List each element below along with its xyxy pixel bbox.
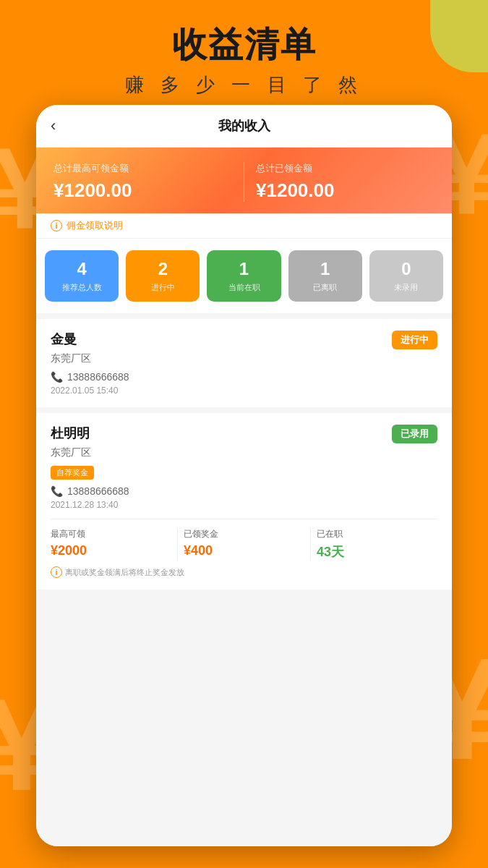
stat-current-number: 1 xyxy=(239,259,249,279)
card-2-date: 2021.12.28 13:40 xyxy=(51,500,437,510)
card-1-status: 进行中 xyxy=(392,331,437,349)
card-2-phone-number: 13888666688 xyxy=(67,485,129,497)
detail-divider-2 xyxy=(310,528,311,561)
income-max-amount: ¥1200.00 xyxy=(53,179,232,202)
page-header: 收益清单 赚 多 少 一 目 了 然 xyxy=(0,0,488,112)
commission-note[interactable]: i 佣金领取说明 xyxy=(36,213,452,239)
phone-icon-1: 📞 xyxy=(51,371,63,383)
stat-current[interactable]: 1 当前在职 xyxy=(207,250,281,302)
card-2-location: 东莞厂区 xyxy=(51,446,437,459)
phone-icon-2: 📞 xyxy=(51,485,63,497)
detail-received-value: ¥400 xyxy=(184,543,304,558)
card-2-header: 杜明明 已录用 xyxy=(51,425,437,443)
nav-bar: ‹ 我的收入 xyxy=(36,105,452,148)
card-1-phone-number: 13888666688 xyxy=(67,371,129,383)
stat-inprogress[interactable]: 2 进行中 xyxy=(126,250,200,302)
card-1-location: 东莞厂区 xyxy=(51,352,437,365)
detail-divider-1 xyxy=(177,528,178,561)
income-max-label: 总计最高可领金额 xyxy=(53,162,232,175)
page-subtitle: 赚 多 少 一 目 了 然 xyxy=(0,72,488,98)
detail-note-text: 离职或奖金领满后将终止奖金发放 xyxy=(65,567,184,578)
referral-card-1: 金曼 进行中 东莞厂区 📞 13888666688 2022.01.05 15:… xyxy=(36,319,452,407)
stat-rejected-number: 0 xyxy=(401,259,411,279)
income-received-amount: ¥1200.00 xyxy=(256,179,435,202)
card-1-phone: 📞 13888666688 xyxy=(51,371,437,383)
stat-inprogress-number: 2 xyxy=(158,259,168,279)
detail-info-icon: i xyxy=(51,566,62,578)
detail-max-value: ¥2000 xyxy=(51,543,171,558)
detail-received: 已领奖金 ¥400 xyxy=(184,528,304,561)
referral-card-2: 杜明明 已录用 东莞厂区 自荐奖金 📞 13888666688 2021.12.… xyxy=(36,413,452,590)
stat-total-label: 推荐总人数 xyxy=(62,282,102,293)
stats-row: 4 推荐总人数 2 进行中 1 当前在职 1 已离职 0 未录用 xyxy=(36,239,452,319)
stat-inprogress-label: 进行中 xyxy=(151,282,175,293)
income-received-label: 总计已领金额 xyxy=(256,162,435,175)
page-title: 收益清单 xyxy=(0,22,488,68)
self-rec-badge: 自荐奖金 xyxy=(51,466,94,480)
card-1-date: 2022.01.05 15:40 xyxy=(51,386,437,396)
detail-note: i 离职或奖金领满后将终止奖金发放 xyxy=(51,561,437,578)
stat-rejected-label: 未录用 xyxy=(394,282,418,293)
stat-rejected[interactable]: 0 未录用 xyxy=(369,250,443,302)
info-icon: i xyxy=(51,220,62,231)
stat-total-number: 4 xyxy=(77,259,86,279)
income-received: 总计已领金额 ¥1200.00 xyxy=(256,162,435,202)
cards-container: 金曼 进行中 东莞厂区 📞 13888666688 2022.01.05 15:… xyxy=(36,319,452,846)
card-1-header: 金曼 进行中 xyxy=(51,331,437,349)
card-2-phone: 📞 13888666688 xyxy=(51,485,437,497)
stat-left-label: 已离职 xyxy=(313,282,337,293)
detail-max-label: 最高可领 xyxy=(51,528,171,540)
stat-left-number: 1 xyxy=(320,259,330,279)
card-1-name: 金曼 xyxy=(51,331,77,348)
detail-days-value: 43天 xyxy=(317,543,437,561)
income-banner: 总计最高可领金额 ¥1200.00 总计已领金额 ¥1200.00 xyxy=(36,148,452,213)
stat-left[interactable]: 1 已离职 xyxy=(288,250,362,302)
back-button[interactable]: ‹ xyxy=(51,116,56,135)
card-2-status: 已录用 xyxy=(392,425,437,443)
detail-row: 最高可领 ¥2000 已领奖金 ¥400 已在职 43天 xyxy=(51,519,437,561)
stat-total[interactable]: 4 推荐总人数 xyxy=(45,250,119,302)
detail-days: 已在职 43天 xyxy=(317,528,437,561)
income-divider xyxy=(244,162,244,202)
phone-mockup: ‹ 我的收入 总计最高可领金额 ¥1200.00 总计已领金额 ¥1200.00… xyxy=(36,105,452,846)
income-max: 总计最高可领金额 ¥1200.00 xyxy=(53,162,232,202)
stat-current-label: 当前在职 xyxy=(228,282,260,293)
detail-max: 最高可领 ¥2000 xyxy=(51,528,171,561)
card-2-name: 杜明明 xyxy=(51,425,90,442)
detail-received-label: 已领奖金 xyxy=(184,528,304,540)
commission-text: 佣金领取说明 xyxy=(67,219,123,232)
detail-days-label: 已在职 xyxy=(317,528,437,540)
nav-title: 我的收入 xyxy=(218,117,270,135)
